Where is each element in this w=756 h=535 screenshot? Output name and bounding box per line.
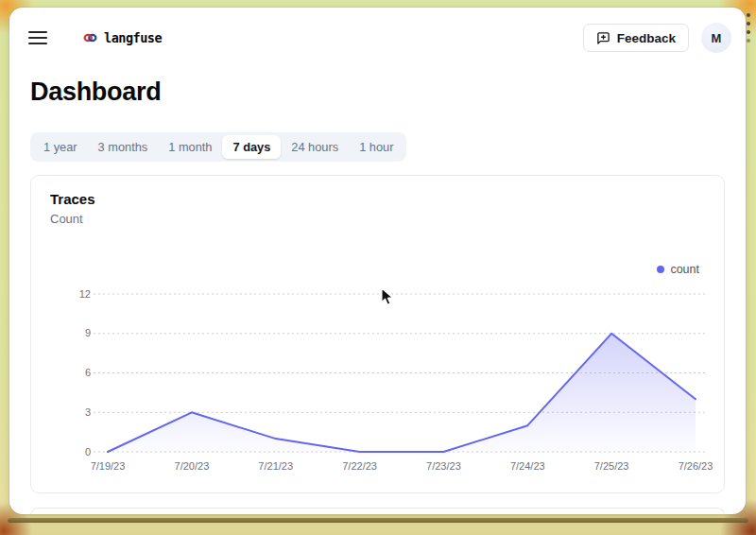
page-title: Dashboard — [30, 78, 161, 107]
message-square-plus-icon — [596, 31, 610, 45]
legend-label: count — [670, 263, 699, 276]
knot-logo-icon — [83, 31, 97, 44]
tab-7-days[interactable]: 7 days — [222, 135, 281, 159]
svg-text:6: 6 — [85, 367, 91, 378]
traces-card: Traces Count count 1296307/19/237/20/237… — [30, 175, 725, 493]
app-logo[interactable]: langfuse — [83, 30, 162, 45]
app-header: langfuse Feedback M — [28, 23, 731, 53]
tab-1-hour[interactable]: 1 hour — [349, 135, 404, 159]
chart-legend: count — [657, 263, 699, 276]
frame-edge-dots — [747, 13, 751, 43]
svg-text:7/25/23: 7/25/23 — [594, 460, 629, 472]
svg-text:7/19/23: 7/19/23 — [91, 460, 126, 472]
screenshot-root: { "header": { "logo_text": "langfuse", "… — [0, 0, 756, 535]
svg-text:7/22/23: 7/22/23 — [342, 460, 377, 472]
card-subtitle: Count — [50, 212, 83, 226]
tab-24-hours[interactable]: 24 hours — [281, 135, 349, 159]
avatar[interactable]: M — [701, 23, 731, 53]
feedback-button[interactable]: Feedback — [583, 24, 689, 52]
svg-text:9: 9 — [85, 327, 91, 338]
tab-1-year[interactable]: 1 year — [33, 135, 88, 159]
svg-text:7/23/23: 7/23/23 — [426, 460, 461, 472]
svg-text:3: 3 — [85, 406, 91, 418]
tab-1-month[interactable]: 1 month — [158, 135, 222, 159]
app-window: langfuse Feedback M Dashboard 1 year3 mo… — [9, 8, 746, 514]
tab-3-months[interactable]: 3 months — [88, 135, 159, 159]
svg-text:7/20/23: 7/20/23 — [175, 460, 210, 472]
feedback-label: Feedback — [617, 31, 676, 45]
logo-text: langfuse — [104, 30, 162, 45]
menu-icon[interactable] — [28, 31, 47, 44]
svg-text:7/24/23: 7/24/23 — [510, 460, 545, 472]
header-right: Feedback M — [583, 23, 731, 53]
svg-text:0: 0 — [85, 446, 91, 457]
traces-chart[interactable]: 1296307/19/237/20/237/21/237/22/237/23/2… — [67, 285, 717, 478]
card-title: Traces — [50, 191, 95, 207]
svg-text:7/26/23: 7/26/23 — [679, 460, 713, 472]
dot-icon — [657, 266, 664, 273]
next-card-stub — [30, 508, 725, 514]
frame-bottom-line — [8, 518, 748, 523]
time-range-tabs: 1 year3 months1 month7 days24 hours1 hou… — [30, 132, 406, 162]
avatar-initial: M — [712, 31, 722, 45]
svg-text:7/21/23: 7/21/23 — [258, 460, 293, 472]
svg-text:12: 12 — [79, 288, 91, 300]
